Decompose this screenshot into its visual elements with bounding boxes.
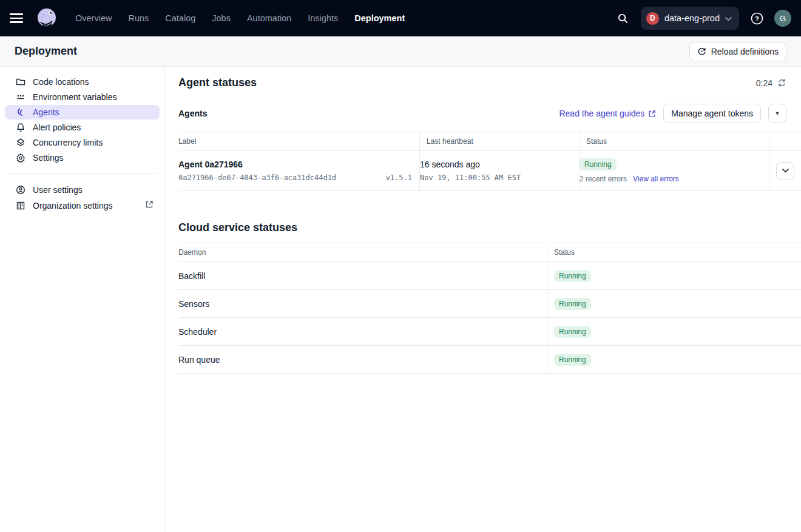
sidebar-item-agents[interactable]: Agents <box>5 105 160 120</box>
sidebar-item-label: Environment variables <box>33 92 117 102</box>
sidebar-item-organization-settings[interactable]: Organization settings <box>5 198 160 213</box>
manage-agent-tokens-button[interactable]: Manage agent tokens <box>663 104 761 123</box>
agent-icon <box>16 107 25 117</box>
agent-statuses-title: Agent statuses <box>178 76 257 89</box>
workspace-switcher[interactable]: D data-eng-prod <box>641 7 739 30</box>
daemon-name: Scheduler <box>178 318 547 345</box>
view-all-errors-link[interactable]: View all errors <box>633 175 679 183</box>
agent-status-cell: Running 2 recent errors View all errors <box>580 151 769 190</box>
agent-heartbeat-cell: 16 seconds ago Nov 19, 11:00:55 AM EST <box>420 151 580 190</box>
recent-errors-count: 2 recent errors <box>580 175 627 183</box>
agent-guides-link[interactable]: Read the agent guides <box>559 109 656 118</box>
nav-automation[interactable]: Automation <box>247 13 291 23</box>
column-header-status: Status <box>580 132 769 150</box>
sidebar-item-code-locations[interactable]: Code locations <box>5 75 160 89</box>
table-row: Scheduler Running <box>178 318 801 346</box>
agent-guides-label: Read the agent guides <box>559 109 644 118</box>
sidebar-item-settings[interactable]: Settings <box>5 150 160 165</box>
expand-agent-button[interactable] <box>776 162 794 180</box>
external-link-icon <box>648 110 656 118</box>
agents-section-label: Agents <box>178 109 207 118</box>
status-badge: Running <box>580 158 617 170</box>
sidebar-item-environment-variables[interactable]: Environment variables <box>5 90 160 104</box>
nav-jobs[interactable]: Jobs <box>212 13 231 23</box>
nav-catalog[interactable]: Catalog <box>165 13 195 23</box>
cloud-services-table: Daemon Status Backfill Running Sensors R… <box>178 243 801 374</box>
variables-icon <box>16 92 25 102</box>
workspace-name: data-eng-prod <box>664 13 720 23</box>
user-avatar[interactable]: G <box>774 10 791 27</box>
user-icon <box>16 185 25 195</box>
sidebar-item-label: Concurrency limits <box>33 138 103 147</box>
nav-overview[interactable]: Overview <box>75 13 112 23</box>
page-title: Deployment <box>15 45 77 58</box>
sidebar-divider <box>7 173 157 174</box>
external-link-icon <box>145 200 154 210</box>
status-badge: Running <box>554 298 591 310</box>
sidebar-item-label: Agents <box>33 107 59 117</box>
sidebar-item-user-settings[interactable]: User settings <box>5 183 160 197</box>
table-row: Run queue Running <box>178 346 801 374</box>
reload-definitions-label: Reload definitions <box>711 47 779 56</box>
gear-icon <box>16 153 25 163</box>
agent-version: v1.5.1 <box>386 173 412 182</box>
sidebar-item-label: Settings <box>33 153 64 163</box>
column-header-heartbeat: Last heartbeat <box>420 132 580 150</box>
sidebar-item-label: User settings <box>33 185 83 195</box>
cloud-service-statuses-title: Cloud service statuses <box>178 221 801 234</box>
primary-nav: Overview Runs Catalog Jobs Automation In… <box>75 13 405 23</box>
sidebar-item-label: Code locations <box>33 77 89 87</box>
building-icon <box>16 201 25 210</box>
heartbeat-relative: 16 seconds ago <box>420 160 572 169</box>
cloud-table-header: Daemon Status <box>178 243 801 262</box>
table-row: Sensors Running <box>178 290 801 318</box>
menu-icon[interactable] <box>10 10 27 27</box>
main-content: Agent statuses 0:24 Agents Read the agen… <box>165 67 801 532</box>
column-header-actions <box>769 132 801 150</box>
daemon-name: Run queue <box>178 346 547 373</box>
caret-down-icon: ▼ <box>775 110 780 116</box>
status-badge: Running <box>554 270 591 282</box>
nav-deployment[interactable]: Deployment <box>354 13 405 23</box>
layers-icon <box>16 138 25 147</box>
deployment-sidebar: Code locations Environment variables Age… <box>0 67 165 532</box>
agents-table: Label Last heartbeat Status Agent 0a2719… <box>178 132 801 191</box>
sidebar-item-label: Organization settings <box>33 201 113 210</box>
nav-runs[interactable]: Runs <box>128 13 149 23</box>
column-header-status: Status <box>547 243 801 261</box>
sidebar-item-concurrency-limits[interactable]: Concurrency limits <box>5 135 160 150</box>
agent-row: Agent 0a271966 0a271966-de67-4043-a3f6-a… <box>178 151 801 191</box>
manage-agent-tokens-label: Manage agent tokens <box>671 109 753 118</box>
heartbeat-timestamp: Nov 19, 11:00:55 AM EST <box>420 173 572 182</box>
agent-tokens-menu-button[interactable]: ▼ <box>768 104 786 123</box>
reload-icon <box>697 47 706 56</box>
bell-icon <box>16 123 25 132</box>
nav-insights[interactable]: Insights <box>308 13 338 23</box>
agent-label-cell: Agent 0a271966 0a271966-de67-4043-a3f6-a… <box>178 151 420 190</box>
topnav-right: D data-eng-prod ? G <box>614 7 791 30</box>
folder-icon <box>16 77 25 87</box>
status-badge: Running <box>554 326 591 338</box>
page-header: Deployment Reload definitions <box>0 36 801 67</box>
svg-text:?: ? <box>754 15 759 22</box>
sidebar-item-label: Alert policies <box>33 123 81 132</box>
agents-table-header: Label Last heartbeat Status <box>178 132 801 151</box>
help-icon[interactable]: ? <box>748 9 766 27</box>
agent-id: 0a271966-de67-4043-a3f6-aca31dc44d1d <box>178 173 336 182</box>
status-badge: Running <box>554 354 591 366</box>
refresh-countdown: 0:24 <box>756 78 772 88</box>
reload-definitions-button[interactable]: Reload definitions <box>689 42 786 61</box>
refresh-timer: 0:24 <box>756 78 786 88</box>
sidebar-item-alert-policies[interactable]: Alert policies <box>5 120 160 135</box>
daemon-name: Sensors <box>178 290 547 317</box>
agent-name: Agent 0a271966 <box>178 160 412 169</box>
search-icon[interactable] <box>614 9 632 27</box>
refresh-icon[interactable] <box>777 78 786 87</box>
agent-actions-cell <box>769 151 801 190</box>
workspace-badge: D <box>646 12 659 25</box>
dagster-logo[interactable] <box>35 7 58 30</box>
column-header-daemon: Daemon <box>178 243 547 261</box>
daemon-name: Backfill <box>178 262 547 289</box>
column-header-label: Label <box>178 132 420 150</box>
top-navigation: Overview Runs Catalog Jobs Automation In… <box>0 0 801 36</box>
